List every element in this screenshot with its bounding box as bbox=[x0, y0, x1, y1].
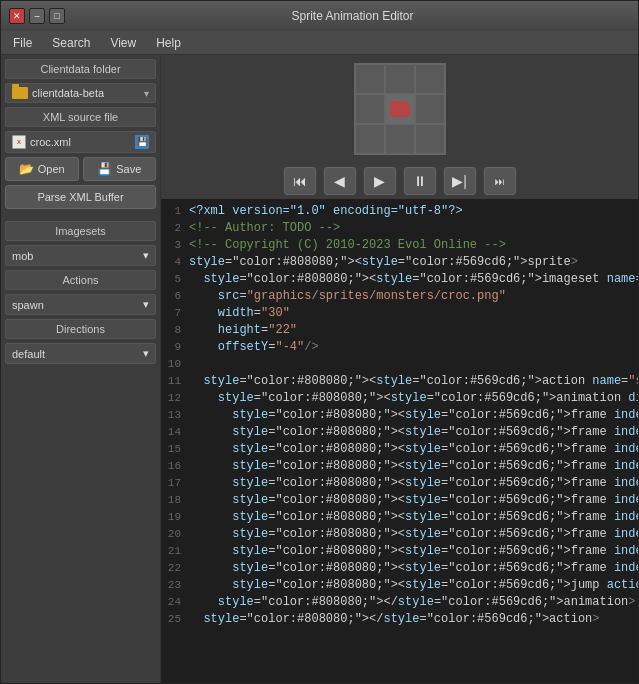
sprite-cell-3 bbox=[355, 94, 385, 124]
xml-line: 12 style="color:#808080;"><style="color:… bbox=[161, 390, 638, 407]
save-small-icon[interactable]: 💾 bbox=[135, 135, 149, 149]
minimize-button[interactable]: – bbox=[29, 8, 45, 24]
first-icon: ⏮ bbox=[293, 173, 307, 189]
sprite-cell-6 bbox=[355, 124, 385, 154]
croc-sprite bbox=[390, 101, 410, 117]
first-frame-button[interactable]: ⏮ bbox=[284, 167, 316, 195]
line-content: width="30" bbox=[189, 305, 638, 322]
maximize-button[interactable]: □ bbox=[49, 8, 65, 24]
direction-value: default bbox=[12, 348, 45, 360]
sprite-cell-8 bbox=[415, 124, 445, 154]
sprite-cell-5 bbox=[415, 94, 445, 124]
menubar: File Search View Help bbox=[1, 31, 638, 55]
line-number: 15 bbox=[161, 441, 189, 458]
xml-line: 9 offsetY="-4"/> bbox=[161, 339, 638, 356]
line-content: style="color:#808080;"><style="color:#56… bbox=[189, 373, 638, 390]
line-content: <!-- Author: TODO --> bbox=[189, 220, 638, 237]
actions-label: Actions bbox=[5, 270, 156, 290]
last-icon: ⏭ bbox=[495, 176, 505, 187]
directions-dropdown[interactable]: default ▾ bbox=[5, 343, 156, 364]
save-button[interactable]: 💾 Save bbox=[83, 157, 157, 181]
line-number: 5 bbox=[161, 271, 189, 288]
chevron-down-icon: ▾ bbox=[143, 347, 149, 360]
menu-help[interactable]: Help bbox=[148, 34, 189, 52]
close-button[interactable]: ✕ bbox=[9, 8, 25, 24]
line-number: 25 bbox=[161, 611, 189, 628]
next-frame-button[interactable]: ▶| bbox=[444, 167, 476, 195]
xml-line: 10 bbox=[161, 356, 638, 373]
next-icon: ▶| bbox=[452, 173, 467, 189]
xml-source-label: XML source file bbox=[5, 107, 156, 127]
line-content: style="color:#808080;"><style="color:#56… bbox=[189, 458, 638, 475]
line-content: style="color:#808080;"><style="color:#56… bbox=[189, 509, 638, 526]
line-number: 24 bbox=[161, 594, 189, 611]
xml-line: 22 style="color:#808080;"><style="color:… bbox=[161, 560, 638, 577]
xml-line: 2<!-- Author: TODO --> bbox=[161, 220, 638, 237]
line-number: 10 bbox=[161, 356, 189, 373]
line-content: style="color:#808080;"><style="color:#56… bbox=[189, 492, 638, 509]
line-content: height="22" bbox=[189, 322, 638, 339]
xml-line: 7 width="30" bbox=[161, 305, 638, 322]
line-number: 11 bbox=[161, 373, 189, 390]
open-save-row: 📂 Open 💾 Save bbox=[5, 157, 156, 181]
line-number: 6 bbox=[161, 288, 189, 305]
sprite-cell-0 bbox=[355, 64, 385, 94]
line-content bbox=[189, 356, 638, 373]
save-icon: 💾 bbox=[97, 162, 112, 176]
line-number: 17 bbox=[161, 475, 189, 492]
menu-search[interactable]: Search bbox=[44, 34, 98, 52]
directions-label: Directions bbox=[5, 319, 156, 339]
line-content: style="color:#808080;"><style="color:#56… bbox=[189, 271, 638, 288]
sprite-cell-2 bbox=[415, 64, 445, 94]
xml-editor[interactable]: 1<?xml version="1.0" encoding="utf-8"?>2… bbox=[161, 199, 638, 683]
window-controls: ✕ – □ bbox=[9, 8, 65, 24]
line-number: 21 bbox=[161, 543, 189, 560]
line-number: 3 bbox=[161, 237, 189, 254]
line-number: 14 bbox=[161, 424, 189, 441]
folder-name: clientdata-beta bbox=[32, 87, 140, 99]
titlebar: ✕ – □ Sprite Animation Editor bbox=[1, 1, 638, 31]
line-content: style="color:#808080;"></style="color:#5… bbox=[189, 594, 638, 611]
xml-line: 25 style="color:#808080;"></style="color… bbox=[161, 611, 638, 628]
imageset-dropdown[interactable]: mob ▾ bbox=[5, 245, 156, 266]
xml-line: 5 style="color:#808080;"><style="color:#… bbox=[161, 271, 638, 288]
xml-line: 18 style="color:#808080;"><style="color:… bbox=[161, 492, 638, 509]
chevron-down-icon: ▾ bbox=[143, 249, 149, 262]
xml-line: 16 style="color:#808080;"><style="color:… bbox=[161, 458, 638, 475]
last-frame-button[interactable]: ⏭ bbox=[484, 167, 516, 195]
line-content: style="color:#808080;"><style="color:#56… bbox=[189, 475, 638, 492]
xml-line: 13 style="color:#808080;"><style="color:… bbox=[161, 407, 638, 424]
line-number: 22 bbox=[161, 560, 189, 577]
prev-icon: ◀ bbox=[334, 173, 345, 189]
pause-button[interactable]: ⏸ bbox=[404, 167, 436, 195]
main-content: Clientdata folder clientdata-beta ▾ XML … bbox=[1, 55, 638, 683]
parse-xml-button[interactable]: Parse XML Buffer bbox=[5, 185, 156, 209]
line-number: 13 bbox=[161, 407, 189, 424]
play-button[interactable]: ▶ bbox=[364, 167, 396, 195]
actions-dropdown[interactable]: spawn ▾ bbox=[5, 294, 156, 315]
line-content: <?xml version="1.0" encoding="utf-8"?> bbox=[189, 203, 638, 220]
open-button[interactable]: 📂 Open bbox=[5, 157, 79, 181]
line-content: style="color:#808080;"><style="color:#56… bbox=[189, 390, 638, 407]
folder-selector[interactable]: clientdata-beta ▾ bbox=[5, 83, 156, 103]
menu-file[interactable]: File bbox=[5, 34, 40, 52]
main-window: ✕ – □ Sprite Animation Editor File Searc… bbox=[0, 0, 639, 684]
line-content: style="color:#808080;"><style="color:#56… bbox=[189, 407, 638, 424]
prev-frame-button[interactable]: ◀ bbox=[324, 167, 356, 195]
line-content: style="color:#808080;"><style="color:#56… bbox=[189, 441, 638, 458]
xml-line: 14 style="color:#808080;"><style="color:… bbox=[161, 424, 638, 441]
line-number: 8 bbox=[161, 322, 189, 339]
xml-file-row: X croc.xml 💾 bbox=[5, 131, 156, 153]
line-content: style="color:#808080;"><style="color:#56… bbox=[189, 560, 638, 577]
xml-line: 6 src="graphics/sprites/monsters/croc.pn… bbox=[161, 288, 638, 305]
xml-filename: croc.xml bbox=[30, 136, 131, 148]
imagesets-label: Imagesets bbox=[5, 221, 156, 241]
sprite-cell-active bbox=[385, 94, 415, 124]
line-number: 16 bbox=[161, 458, 189, 475]
sprite-cell-1 bbox=[385, 64, 415, 94]
menu-view[interactable]: View bbox=[102, 34, 144, 52]
xml-line: 21 style="color:#808080;"><style="color:… bbox=[161, 543, 638, 560]
xml-line: 3<!-- Copyright (C) 2010-2023 Evol Onlin… bbox=[161, 237, 638, 254]
sprite-cell-7 bbox=[385, 124, 415, 154]
line-number: 18 bbox=[161, 492, 189, 509]
